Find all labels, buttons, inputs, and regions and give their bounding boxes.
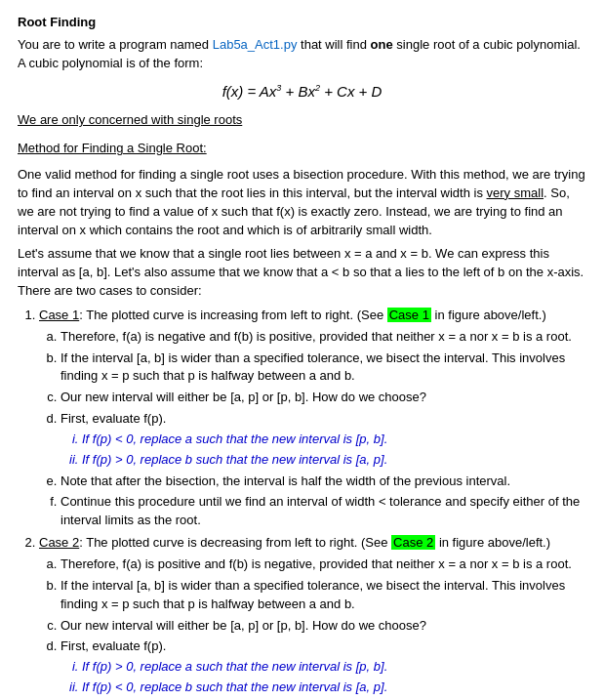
case2-d: First, evaluate f(p). If f(p) > 0, repla… (60, 638, 586, 697)
page-title: Root Finding (18, 14, 586, 32)
one-bold: one (371, 37, 393, 52)
case2-a: Therefore, f(a) is positive and f(b) is … (60, 556, 586, 574)
case1-dii: If f(p) > 0, replace b such that the new… (82, 451, 586, 470)
method-para1: One valid method for finding a single ro… (18, 166, 586, 239)
case2-label: Case 2 (39, 535, 79, 550)
very-small-text: very small (487, 185, 544, 200)
cases-list: Case 1: The plotted curve is increasing … (39, 307, 586, 700)
single-roots-link[interactable]: We are only concerned with single roots (18, 111, 586, 130)
case2-di: If f(p) > 0, replace a such that the new… (82, 658, 586, 677)
case1-roman-list: If f(p) < 0, replace a such that the new… (82, 431, 586, 470)
case1-text1: : The plotted curve is increasing from l… (79, 308, 387, 322)
case1-d: First, evaluate f(p). If f(p) < 0, repla… (60, 410, 586, 470)
formula-block: f(x) = Ax3 + Bx2 + Cx + D (18, 81, 586, 103)
case1-di: If f(p) < 0, replace a such that the new… (82, 431, 586, 449)
case2-text2: in figure above/left.) (435, 535, 550, 550)
case1-text2: in figure above/left.) (431, 308, 546, 322)
case1-b: If the interval [a, b] is wider than a s… (60, 350, 586, 387)
case1-e: Note that after the bisection, the inter… (60, 473, 586, 491)
formula: f(x) = Ax3 + Bx2 + Cx + D (222, 83, 383, 100)
case2-item: Case 2: The plotted curve is decreasing … (39, 534, 586, 700)
case1-ref: Case 1 (387, 308, 431, 322)
intro-text-2: that will find (297, 37, 370, 52)
program-name: Lab5a_Act1.py (213, 37, 298, 52)
case2-b: If the interval [a, b] is wider than a s… (60, 577, 586, 614)
case1-item: Case 1: The plotted curve is increasing … (39, 307, 586, 530)
method-para2: Let's assume that we know that a single … (18, 245, 586, 301)
case1-alpha-list: Therefore, f(a) is negative and f(b) is … (60, 328, 586, 530)
method-title: Method for Finding a Single Root: (18, 140, 586, 158)
case1-f: Continue this procedure until we find an… (60, 493, 586, 530)
intro-paragraph: You are to write a program named Lab5a_A… (18, 36, 586, 73)
case2-c: Our new interval will either be [a, p] o… (60, 617, 586, 636)
case2-alpha-list: Therefore, f(a) is positive and f(b) is … (60, 556, 586, 700)
case2-ref: Case 2 (391, 535, 435, 550)
case1-label: Case 1 (39, 308, 79, 322)
case2-roman-list: If f(p) > 0, replace a such that the new… (82, 658, 586, 697)
case2-dii: If f(p) < 0, replace b such that the new… (82, 679, 586, 697)
case2-text1: : The plotted curve is decreasing from l… (79, 535, 391, 550)
case1-c: Our new interval will either be [a, p] o… (60, 389, 586, 407)
case1-a: Therefore, f(a) is negative and f(b) is … (60, 328, 586, 347)
intro-text-1: You are to write a program named (18, 37, 213, 52)
